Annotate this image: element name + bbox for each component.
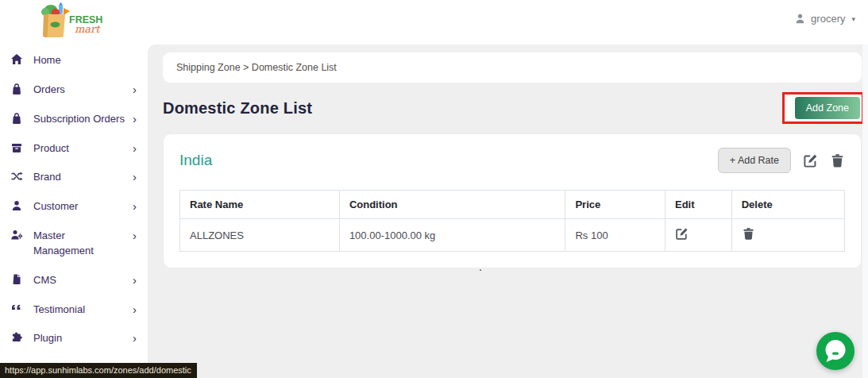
app-window: grocery ▾ FRESH mart Home [0,0,868,378]
cell-condition: 100.00-1000.00 kg [339,219,565,252]
page-title: Domestic Zone List [163,99,312,118]
chevron-down-icon: ▾ [851,15,855,23]
chevron-right-icon: › [133,303,137,315]
status-bar-url: https://app.sunhimlabs.com/zones/add/dom… [0,363,197,378]
delete-rate-icon[interactable] [742,227,755,241]
chevron-right-icon: › [133,200,137,212]
brand-shuffle-icon [10,170,23,183]
sidebar-item-product[interactable]: Product › [0,134,148,164]
sidebar-item-label: Testimonial [33,303,133,318]
user-menu-label: grocery [811,13,845,25]
sidebar-nav: Home Orders › Subscription Orders › [0,44,148,353]
sidebar-item-label: CMS [33,273,133,288]
sidebar-item-brand[interactable]: Brand › [0,163,148,192]
sidebar-item-label: Subscription Orders [33,112,133,127]
sidebar-item-label: Home [33,53,137,68]
add-zone-button[interactable]: Add Zone [795,97,860,119]
product-archive-icon [10,141,23,154]
chat-widget-button[interactable] [816,332,854,370]
annotation-highlight-box: Add Zone [782,92,864,124]
chevron-right-icon: › [133,171,137,183]
orders-bag-icon [10,83,23,95]
cell-rate-name: ALLZONES [180,219,340,252]
edit-zone-icon[interactable] [803,153,818,168]
sidebar-item-plugin[interactable]: Plugin › [0,324,148,353]
delete-zone-icon[interactable] [830,153,845,168]
sidebar-item-label: Master Management [33,229,133,259]
user-menu[interactable]: grocery ▾ [794,13,855,25]
plugin-puzzle-icon [10,331,23,344]
logo-text-mart: mart [75,23,101,35]
chevron-right-icon: › [133,274,137,286]
sidebar-item-testimonial[interactable]: Testimonial › [0,295,148,325]
sidebar-item-home[interactable]: Home [0,46,148,75]
customer-person-icon [10,199,23,212]
zone-name: India [179,152,212,169]
person-icon [794,13,806,25]
sidebar-item-master-management[interactable]: Master Management › [0,222,148,266]
chevron-right-icon: › [133,230,137,241]
sidebar: FRESH mart Home Orders › Subscription Or… [0,0,148,378]
zone-card: India + Add Rate [163,133,862,268]
column-header-price: Price [565,191,665,219]
column-header-condition: Condition [339,191,565,219]
cms-file-icon [10,273,23,286]
cell-price: Rs 100 [565,219,665,252]
home-icon [10,53,23,66]
sidebar-item-label: Brand [33,170,133,185]
add-rate-button[interactable]: + Add Rate [718,148,791,173]
main-content: Shipping Zone > Domestic Zone List Domes… [148,44,868,378]
stray-dot: . [479,260,482,273]
breadcrumb: Shipping Zone > Domestic Zone List [163,52,862,83]
sidebar-item-subscription-orders[interactable]: Subscription Orders › [0,105,148,134]
master-management-icon [10,229,23,241]
testimonial-quote-icon [10,303,23,315]
sidebar-item-label: Product [33,141,133,156]
sidebar-item-customer[interactable]: Customer › [0,192,148,222]
column-header-edit: Edit [665,191,732,219]
subscription-bag-icon [10,112,23,125]
sidebar-item-label: Orders [33,83,133,98]
column-header-delete: Delete [731,191,844,219]
chat-bubble-icon [816,332,854,370]
chevron-right-icon: › [133,113,137,125]
table-row: ALLZONES 100.00-1000.00 kg Rs 100 [180,219,845,252]
edit-rate-icon[interactable] [675,227,689,241]
sidebar-item-orders[interactable]: Orders › [0,75,148,105]
sidebar-item-cms[interactable]: CMS › [0,266,148,295]
chevron-right-icon: › [133,142,137,154]
column-header-rate-name: Rate Name [180,191,340,219]
freshmart-logo[interactable]: FRESH mart [35,2,111,38]
chevron-right-icon: › [133,332,137,344]
rates-table: Rate Name Condition Price Edit Delete AL… [179,190,845,252]
sidebar-item-label: Customer [33,199,133,214]
table-header-row: Rate Name Condition Price Edit Delete [180,191,845,219]
sidebar-item-label: Plugin [33,331,133,346]
scrollbar-track[interactable] [862,44,868,378]
chevron-right-icon: › [133,83,137,95]
